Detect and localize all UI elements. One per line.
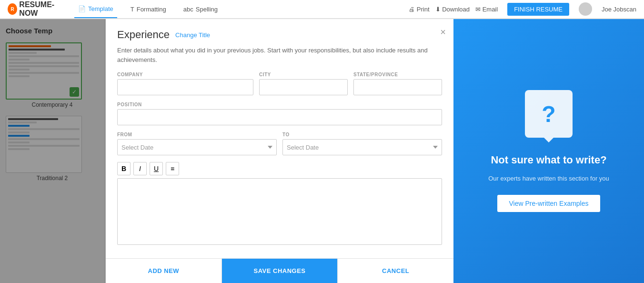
nav-actions: 🖨 Print ⬇ Download ✉ Email (409, 6, 498, 13)
cancel-button[interactable]: CANCEL (337, 259, 453, 283)
city-input[interactable] (259, 79, 348, 95)
modal-header: Experience Change Title × Enter details … (106, 19, 453, 64)
to-date-select[interactable]: Select Date (282, 139, 442, 155)
form-group-to: TO Select Date (282, 132, 442, 155)
save-changes-button[interactable]: SAVE CHANGES (222, 259, 338, 283)
close-button[interactable]: × (440, 27, 446, 38)
modal-body: COMPANY CITY STATE/PROVINCE POSITION FRO… (106, 64, 453, 258)
experience-modal: Experience Change Title × Enter details … (106, 19, 453, 283)
logo-icon: R (8, 3, 17, 15)
form-group-from: FROM Select Date (117, 132, 277, 155)
question-mark-icon: ? (542, 101, 555, 127)
expert-subtext: Our experts have written this section fo… (488, 174, 609, 183)
tab-template-label: Template (88, 5, 113, 12)
bold-button[interactable]: B (117, 162, 131, 175)
form-row-dates: FROM Select Date TO Select Date (117, 132, 442, 155)
form-group-state: STATE/PROVINCE (353, 72, 442, 95)
tab-formatting-label: Formatting (137, 6, 166, 13)
tab-formatting[interactable]: T Formatting (127, 0, 170, 18)
expert-heading: Not sure what to write? (491, 154, 606, 166)
logo: R RESUME-NOW (8, 0, 65, 18)
form-group-company: COMPANY (117, 72, 253, 95)
tab-spelling[interactable]: abc Spelling (180, 0, 221, 18)
expert-icon-container: ? (525, 90, 573, 138)
view-examples-button[interactable]: View Pre-written Examples (497, 195, 600, 212)
tab-spelling-label: Spelling (196, 6, 218, 13)
city-label: CITY (259, 72, 348, 77)
company-input[interactable] (117, 79, 253, 95)
download-action[interactable]: ⬇ Download (435, 6, 470, 13)
text-editor-toolbar: B I U ≡ (117, 162, 442, 175)
print-action[interactable]: 🖨 Print (409, 6, 429, 13)
italic-button[interactable]: I (133, 162, 147, 175)
from-date-select[interactable]: Select Date (117, 139, 277, 155)
spelling-icon: abc (183, 6, 193, 13)
finish-resume-button[interactable]: FINISH RESUME (507, 3, 569, 16)
expert-panel: ? Not sure what to write? Our experts ha… (453, 19, 644, 283)
user-name: Joe Jobscan (602, 6, 636, 13)
add-new-button[interactable]: ADD NEW (106, 259, 222, 283)
state-input[interactable] (353, 79, 442, 95)
top-nav: R RESUME-NOW 📄 Template T Formatting abc… (0, 0, 644, 19)
avatar (579, 2, 592, 16)
modal-footer: ADD NEW SAVE CHANGES CANCEL (106, 258, 453, 283)
form-row-company: COMPANY CITY STATE/PROVINCE (117, 72, 442, 95)
to-label: TO (282, 132, 442, 137)
change-title-link[interactable]: Change Title (175, 31, 210, 39)
email-action[interactable]: ✉ Email (475, 6, 498, 13)
description-textarea[interactable] (117, 178, 442, 245)
tab-template[interactable]: 📄 Template (74, 0, 117, 18)
modal-title-text: Experience (117, 29, 170, 41)
state-label: STATE/PROVINCE (353, 72, 442, 77)
form-row-position: POSITION (117, 102, 442, 125)
company-label: COMPANY (117, 72, 253, 77)
underline-button[interactable]: U (150, 162, 163, 175)
list-button[interactable]: ≡ (166, 162, 179, 175)
formatting-icon: T (131, 6, 134, 13)
modal-description: Enter details about what you did in your… (117, 46, 442, 64)
form-group-position: POSITION (117, 102, 442, 125)
logo-text: RESUME-NOW (19, 0, 65, 18)
modal-title-row: Experience Change Title (117, 29, 442, 41)
from-label: FROM (117, 132, 277, 137)
position-input[interactable] (117, 109, 442, 125)
form-group-city: CITY (259, 72, 348, 95)
position-label: POSITION (117, 102, 442, 107)
template-icon: 📄 (78, 5, 86, 12)
